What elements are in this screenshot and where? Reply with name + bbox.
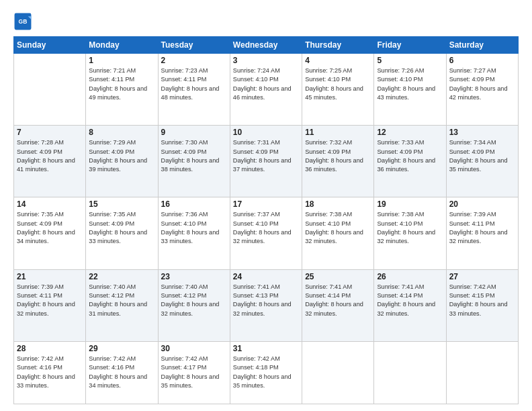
day-number: 3 [233,56,299,65]
logo-icon: GB [13,12,32,31]
calendar-cell: 29Sunrise: 7:42 AMSunset: 4:16 PMDayligh… [86,341,158,404]
cell-info: Sunrise: 7:28 AMSunset: 4:09 PMDaylight:… [17,138,83,174]
cell-info: Sunrise: 7:30 AMSunset: 4:09 PMDaylight:… [161,138,227,174]
cell-info: Sunrise: 7:42 AMSunset: 4:17 PMDaylight:… [161,355,227,390]
svg-text:GB: GB [19,18,28,25]
calendar-cell: 11Sunrise: 7:32 AMSunset: 4:09 PMDayligh… [302,126,374,197]
cell-info: Sunrise: 7:40 AMSunset: 4:12 PMDaylight:… [89,283,154,318]
calendar-table: SundayMondayTuesdayWednesdayThursdayFrid… [13,36,519,404]
calendar-week-3: 14Sunrise: 7:35 AMSunset: 4:09 PMDayligh… [14,197,519,269]
cell-info: Sunrise: 7:26 AMSunset: 4:10 PMDaylight:… [377,66,443,102]
day-number: 16 [161,199,227,209]
cell-info: Sunrise: 7:32 AMSunset: 4:09 PMDaylight:… [305,138,371,174]
calendar-cell: 2Sunrise: 7:23 AMSunset: 4:11 PMDaylight… [158,54,230,126]
cell-info: Sunrise: 7:23 AMSunset: 4:11 PMDaylight:… [161,66,227,102]
calendar-cell: 7Sunrise: 7:28 AMSunset: 4:09 PMDaylight… [14,126,86,197]
col-header-wednesday: Wednesday [230,37,302,54]
day-number: 22 [89,272,154,281]
calendar-week-2: 7Sunrise: 7:28 AMSunset: 4:09 PMDaylight… [14,126,519,197]
cell-info: Sunrise: 7:42 AMSunset: 4:18 PMDaylight:… [233,355,299,390]
calendar-cell: 31Sunrise: 7:42 AMSunset: 4:18 PMDayligh… [230,341,302,404]
calendar-cell: 19Sunrise: 7:38 AMSunset: 4:10 PMDayligh… [374,197,446,269]
cell-info: Sunrise: 7:41 AMSunset: 4:13 PMDaylight:… [233,283,299,318]
col-header-monday: Monday [86,37,158,54]
col-header-saturday: Saturday [446,37,518,54]
calendar-cell: 16Sunrise: 7:36 AMSunset: 4:10 PMDayligh… [158,197,230,269]
cell-info: Sunrise: 7:35 AMSunset: 4:09 PMDaylight:… [89,210,154,246]
calendar-cell [302,341,374,404]
cell-info: Sunrise: 7:41 AMSunset: 4:14 PMDaylight:… [377,283,443,318]
cell-info: Sunrise: 7:42 AMSunset: 4:15 PMDaylight:… [449,283,515,318]
calendar-cell: 5Sunrise: 7:26 AMSunset: 4:10 PMDaylight… [374,54,446,126]
calendar-week-1: 1Sunrise: 7:21 AMSunset: 4:11 PMDaylight… [14,54,519,126]
calendar-cell: 1Sunrise: 7:21 AMSunset: 4:11 PMDaylight… [86,54,158,126]
day-number: 12 [377,128,443,137]
day-number: 1 [89,56,154,65]
calendar-cell: 13Sunrise: 7:34 AMSunset: 4:09 PMDayligh… [446,126,518,197]
cell-info: Sunrise: 7:42 AMSunset: 4:16 PMDaylight:… [17,355,83,390]
calendar-cell: 17Sunrise: 7:37 AMSunset: 4:10 PMDayligh… [230,197,302,269]
cell-info: Sunrise: 7:33 AMSunset: 4:09 PMDaylight:… [377,138,443,174]
calendar-cell [374,341,446,404]
day-number: 25 [305,272,371,281]
cell-info: Sunrise: 7:38 AMSunset: 4:10 PMDaylight:… [377,210,443,246]
calendar-cell: 20Sunrise: 7:39 AMSunset: 4:11 PMDayligh… [446,197,518,269]
header: GB [13,12,519,31]
cell-info: Sunrise: 7:35 AMSunset: 4:09 PMDaylight:… [17,210,83,246]
calendar-week-4: 21Sunrise: 7:39 AMSunset: 4:11 PMDayligh… [14,269,519,341]
cell-info: Sunrise: 7:34 AMSunset: 4:09 PMDaylight:… [449,138,515,174]
day-number: 28 [17,344,83,353]
calendar-cell: 23Sunrise: 7:40 AMSunset: 4:12 PMDayligh… [158,269,230,341]
calendar-cell: 9Sunrise: 7:30 AMSunset: 4:09 PMDaylight… [158,126,230,197]
calendar-cell: 28Sunrise: 7:42 AMSunset: 4:16 PMDayligh… [14,341,86,404]
calendar-cell: 4Sunrise: 7:25 AMSunset: 4:10 PMDaylight… [302,54,374,126]
calendar-cell: 27Sunrise: 7:42 AMSunset: 4:15 PMDayligh… [446,269,518,341]
calendar-cell: 22Sunrise: 7:40 AMSunset: 4:12 PMDayligh… [86,269,158,341]
day-number: 11 [305,128,371,137]
calendar-cell: 30Sunrise: 7:42 AMSunset: 4:17 PMDayligh… [158,341,230,404]
cell-info: Sunrise: 7:40 AMSunset: 4:12 PMDaylight:… [161,283,227,318]
calendar-cell: 26Sunrise: 7:41 AMSunset: 4:14 PMDayligh… [374,269,446,341]
calendar-cell: 24Sunrise: 7:41 AMSunset: 4:13 PMDayligh… [230,269,302,341]
calendar-cell: 25Sunrise: 7:41 AMSunset: 4:14 PMDayligh… [302,269,374,341]
day-number: 13 [449,128,515,137]
day-number: 24 [233,272,299,281]
calendar-cell [14,54,86,126]
calendar-cell: 10Sunrise: 7:31 AMSunset: 4:09 PMDayligh… [230,126,302,197]
calendar-header-row: SundayMondayTuesdayWednesdayThursdayFrid… [14,37,519,54]
calendar-week-5: 28Sunrise: 7:42 AMSunset: 4:16 PMDayligh… [14,341,519,404]
calendar-cell: 14Sunrise: 7:35 AMSunset: 4:09 PMDayligh… [14,197,86,269]
col-header-sunday: Sunday [14,37,86,54]
cell-info: Sunrise: 7:39 AMSunset: 4:11 PMDaylight:… [449,210,515,246]
col-header-friday: Friday [374,37,446,54]
day-number: 21 [17,272,83,281]
cell-info: Sunrise: 7:31 AMSunset: 4:09 PMDaylight:… [233,138,299,174]
calendar-cell: 6Sunrise: 7:27 AMSunset: 4:09 PMDaylight… [446,54,518,126]
col-header-tuesday: Tuesday [158,37,230,54]
logo: GB [13,12,35,31]
day-number: 6 [449,56,515,65]
cell-info: Sunrise: 7:41 AMSunset: 4:14 PMDaylight:… [305,283,371,318]
calendar-cell: 18Sunrise: 7:38 AMSunset: 4:10 PMDayligh… [302,197,374,269]
day-number: 4 [305,56,371,65]
day-number: 26 [377,272,443,281]
page: GB SundayMondayTuesdayWednesdayThursdayF… [0,0,532,411]
col-header-thursday: Thursday [302,37,374,54]
cell-info: Sunrise: 7:38 AMSunset: 4:10 PMDaylight:… [305,210,371,246]
day-number: 9 [161,128,227,137]
cell-info: Sunrise: 7:25 AMSunset: 4:10 PMDaylight:… [305,66,371,102]
day-number: 15 [89,199,154,209]
cell-info: Sunrise: 7:39 AMSunset: 4:11 PMDaylight:… [17,283,83,318]
calendar-cell: 21Sunrise: 7:39 AMSunset: 4:11 PMDayligh… [14,269,86,341]
cell-info: Sunrise: 7:29 AMSunset: 4:09 PMDaylight:… [89,138,154,174]
day-number: 10 [233,128,299,137]
calendar-cell: 8Sunrise: 7:29 AMSunset: 4:09 PMDaylight… [86,126,158,197]
day-number: 20 [449,199,515,209]
calendar-cell: 3Sunrise: 7:24 AMSunset: 4:10 PMDaylight… [230,54,302,126]
day-number: 30 [161,344,227,353]
calendar-cell: 12Sunrise: 7:33 AMSunset: 4:09 PMDayligh… [374,126,446,197]
day-number: 2 [161,56,227,65]
cell-info: Sunrise: 7:42 AMSunset: 4:16 PMDaylight:… [89,355,154,390]
day-number: 7 [17,128,83,137]
day-number: 31 [233,344,299,353]
